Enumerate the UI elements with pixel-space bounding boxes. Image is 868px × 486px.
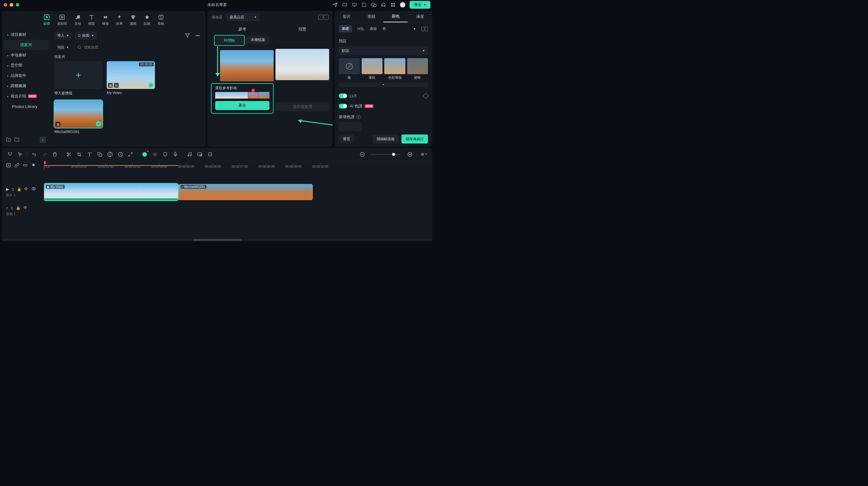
view-toggle[interactable] bbox=[318, 15, 329, 20]
link-icon[interactable] bbox=[14, 163, 20, 168]
tool-magnet[interactable] bbox=[7, 151, 13, 158]
expand-presets[interactable]: ▾ bbox=[339, 82, 428, 87]
sidebar-item-project[interactable]: ▸項目素材 bbox=[4, 30, 48, 40]
quality-dropdown[interactable]: 最高品質▼ bbox=[227, 13, 260, 21]
timeline-scrollbar[interactable] bbox=[2, 239, 432, 241]
audio-track-row[interactable] bbox=[44, 202, 432, 219]
timeline-view-icon[interactable]: ▼ bbox=[421, 151, 427, 158]
clip-wechat[interactable]: ▫WechatIMG281 bbox=[179, 184, 313, 200]
shield-icon[interactable] bbox=[162, 151, 168, 158]
add-track-icon[interactable] bbox=[6, 163, 11, 168]
media-clip-wechat[interactable]: ▦ ✓ bbox=[54, 100, 102, 128]
headphones-icon[interactable] bbox=[381, 2, 386, 7]
folder-icon[interactable] bbox=[14, 137, 20, 143]
expand-icon[interactable] bbox=[127, 151, 134, 158]
tab-library[interactable]: 素材庫 bbox=[57, 14, 67, 26]
cloud-icon[interactable] bbox=[371, 2, 376, 7]
mask-icon[interactable] bbox=[107, 151, 113, 158]
ai-tool-icon[interactable] bbox=[141, 151, 148, 158]
media-clip-myvideo[interactable]: 00:00:05 ▦⊕ ✓ bbox=[107, 61, 155, 89]
ai-toggle[interactable] bbox=[339, 104, 347, 109]
sidebar-item-brand[interactable]: ▸品牌套件 bbox=[4, 70, 48, 81]
sidebar-item-cloud[interactable]: ▸雲空間 bbox=[4, 60, 48, 70]
send-icon[interactable] bbox=[333, 2, 338, 7]
clip-myvideo[interactable]: ▶My Video bbox=[44, 184, 178, 200]
sidebar-item-folder[interactable]: 檔案夾 bbox=[4, 40, 48, 50]
sidebar-item-adjust[interactable]: ▸調整圖層 bbox=[4, 81, 48, 91]
monitor-icon[interactable] bbox=[352, 2, 357, 7]
marker-add-icon[interactable] bbox=[31, 163, 37, 168]
track-head-video[interactable]: ▶1 🔒 影片 1 bbox=[6, 183, 44, 201]
copy-icon[interactable] bbox=[96, 151, 103, 158]
fullscreen-button[interactable] bbox=[16, 3, 19, 7]
speed-icon[interactable] bbox=[117, 151, 124, 158]
import-button[interactable]: 導入▼ bbox=[54, 31, 72, 40]
cut-icon[interactable] bbox=[66, 151, 72, 158]
search-input[interactable] bbox=[84, 45, 201, 50]
redo-icon[interactable] bbox=[41, 151, 48, 158]
sub-tab-basic[interactable]: 基礎 bbox=[339, 25, 352, 33]
reset-button[interactable]: 重置 bbox=[339, 134, 354, 144]
filter-icon[interactable] bbox=[184, 32, 191, 39]
sub-tab-curves[interactable]: 曲線 bbox=[370, 26, 377, 31]
record-button[interactable]: 錄製▼ bbox=[75, 31, 97, 40]
sidebar-item-photos[interactable]: Photos Library bbox=[4, 101, 48, 112]
mic-icon[interactable] bbox=[172, 151, 179, 158]
track-head-audio[interactable]: ♪1 🔒 音頻 1 bbox=[6, 202, 44, 219]
sidebar-item-local[interactable]: ▸本地素材 bbox=[4, 50, 48, 60]
preset-darken[interactable]: 變暗 bbox=[407, 58, 428, 80]
enhance-icon[interactable] bbox=[152, 151, 158, 158]
save-custom-button[interactable]: 儲存為自訂 bbox=[401, 134, 428, 144]
ref-tab-timeline[interactable]: 時間軸 bbox=[215, 36, 244, 44]
sidebar-collapse-button[interactable]: ‹ bbox=[40, 137, 46, 143]
timeline-ruler[interactable]: 0:00 00:00:01:00 00:00:02:00 00:00:03:00… bbox=[44, 161, 432, 170]
import-tile[interactable]: + bbox=[54, 61, 102, 89]
tab-filters[interactable]: 濾鏡 bbox=[130, 14, 136, 26]
help-icon[interactable]: ? bbox=[356, 115, 361, 119]
marker-icon[interactable] bbox=[207, 151, 213, 158]
text-tool-icon[interactable] bbox=[86, 151, 93, 158]
preset-none[interactable]: 無 bbox=[339, 58, 360, 80]
crop-icon[interactable] bbox=[76, 151, 83, 158]
apps-icon[interactable] bbox=[390, 2, 396, 7]
sort-dropdown[interactable]: 預設▼ bbox=[54, 43, 72, 52]
generate-button[interactable]: 產生 bbox=[215, 101, 270, 110]
zoom-in-icon[interactable] bbox=[407, 151, 413, 158]
preset-enhance[interactable]: 色彩增強 bbox=[384, 58, 405, 80]
prop-tab-speed[interactable]: 速度 bbox=[408, 11, 432, 22]
music-tool-icon[interactable] bbox=[186, 151, 193, 158]
eye-icon[interactable] bbox=[32, 187, 36, 192]
tab-templates[interactable]: 模板 bbox=[158, 14, 164, 26]
tab-audio[interactable]: 音頻 bbox=[74, 14, 81, 26]
lut-toggle[interactable] bbox=[339, 93, 347, 98]
save-apply-button[interactable]: 儲存並套用 bbox=[276, 102, 329, 111]
group-icon[interactable] bbox=[23, 163, 28, 168]
zoom-out-icon[interactable] bbox=[359, 151, 366, 158]
lock-icon[interactable]: 🔒 bbox=[16, 206, 21, 210]
sub-tab-hsl[interactable]: HSL bbox=[358, 27, 364, 31]
chevron-down-icon[interactable]: ▼ bbox=[413, 27, 416, 30]
prop-tab-color[interactable]: 顏色 bbox=[383, 11, 408, 22]
keyframe-icon[interactable] bbox=[423, 93, 429, 99]
delete-icon[interactable] bbox=[52, 151, 58, 158]
more-icon[interactable]: ••• bbox=[194, 32, 201, 39]
prop-tab-audio[interactable]: 音頻 bbox=[359, 11, 383, 22]
sidebar-item-compound[interactable]: ▸複合片段NEW bbox=[4, 91, 48, 101]
tab-effects[interactable]: 效果 bbox=[116, 14, 123, 26]
close-button[interactable] bbox=[4, 3, 7, 7]
device-icon[interactable] bbox=[342, 2, 347, 7]
tab-stickers[interactable]: 貼紙 bbox=[144, 14, 150, 26]
sub-tab-wheel[interactable]: 色 bbox=[382, 26, 386, 31]
zoom-slider[interactable] bbox=[371, 154, 401, 155]
export-button[interactable]: 導出▼ bbox=[410, 1, 430, 9]
frame-strip[interactable] bbox=[212, 92, 273, 101]
new-folder-icon[interactable] bbox=[6, 137, 11, 143]
tab-titles[interactable]: 標題 bbox=[88, 14, 95, 26]
minimize-button[interactable] bbox=[10, 3, 13, 7]
volume-icon[interactable] bbox=[24, 187, 29, 192]
volume-icon[interactable] bbox=[24, 205, 28, 210]
undo-icon[interactable] bbox=[31, 151, 38, 158]
preset-dropdown[interactable]: 默認▼ bbox=[339, 46, 428, 55]
preset-tv[interactable]: 電視 bbox=[362, 58, 383, 80]
save-icon[interactable] bbox=[361, 2, 367, 7]
